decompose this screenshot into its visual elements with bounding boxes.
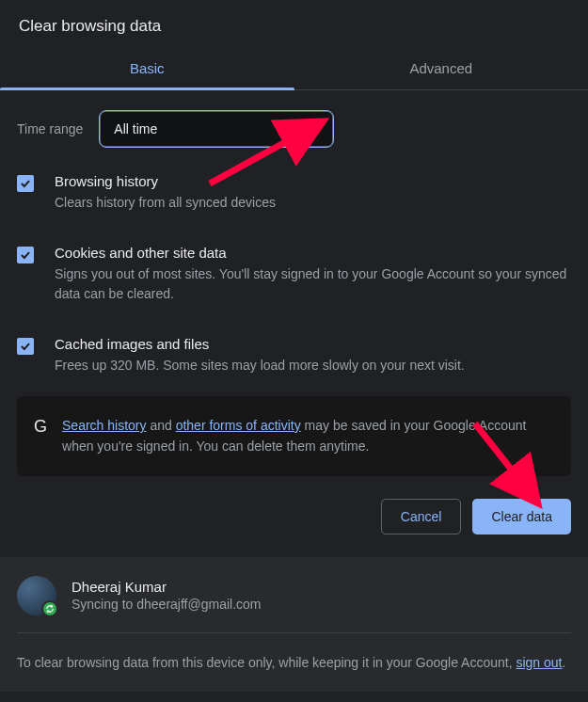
content-area: Time range All time ▼ Browsing history C… bbox=[0, 90, 588, 476]
option-cache: Cached images and files Frees up 320 MB.… bbox=[17, 336, 571, 375]
option-title: Browsing history bbox=[55, 173, 571, 189]
avatar bbox=[17, 576, 56, 615]
dialog-actions: Cancel Clear data bbox=[0, 499, 588, 557]
clear-data-button[interactable]: Clear data bbox=[472, 499, 571, 534]
sync-badge-icon bbox=[41, 600, 58, 617]
chevron-down-icon: ▼ bbox=[310, 124, 319, 135]
option-desc: Clears history from all synced devices bbox=[55, 193, 571, 213]
dialog-title: Clear browsing data bbox=[0, 0, 588, 49]
account-row: Dheeraj Kumar Syncing to dheerajff@gmail… bbox=[17, 576, 571, 633]
option-title: Cached images and files bbox=[55, 336, 571, 352]
tab-basic[interactable]: Basic bbox=[0, 49, 294, 89]
info-text: Search history and other forms of activi… bbox=[62, 415, 554, 457]
tabs: Basic Advanced bbox=[0, 49, 588, 90]
account-section: Dheeraj Kumar Syncing to dheerajff@gmail… bbox=[0, 557, 588, 692]
checkbox-cache[interactable] bbox=[17, 338, 34, 355]
option-text: Browsing history Clears history from all… bbox=[55, 173, 571, 213]
option-desc: Frees up 320 MB. Some sites may load mor… bbox=[55, 356, 571, 375]
option-title: Cookies and other site data bbox=[55, 245, 571, 261]
footer-text: To clear browsing data from this device … bbox=[17, 633, 571, 673]
info-mid: and bbox=[147, 418, 176, 433]
footer-text-1: To clear browsing data from this device … bbox=[17, 655, 516, 670]
account-info: Dheeraj Kumar Syncing to dheerajff@gmail… bbox=[72, 579, 262, 612]
account-name: Dheeraj Kumar bbox=[72, 579, 262, 595]
info-box: G Search history and other forms of acti… bbox=[17, 396, 571, 476]
search-history-link[interactable]: Search history bbox=[62, 418, 146, 433]
time-range-row: Time range All time ▼ bbox=[17, 111, 571, 147]
footer-text-2: . bbox=[563, 655, 566, 670]
time-range-label: Time range bbox=[17, 121, 83, 136]
option-browsing-history: Browsing history Clears history from all… bbox=[17, 173, 571, 213]
sign-out-link[interactable]: sign out bbox=[516, 655, 562, 670]
time-range-select[interactable]: All time ▼ bbox=[100, 111, 333, 147]
checkbox-browsing-history[interactable] bbox=[17, 175, 34, 192]
cancel-button[interactable]: Cancel bbox=[381, 499, 462, 534]
option-text: Cached images and files Frees up 320 MB.… bbox=[55, 336, 571, 375]
option-text: Cookies and other site data Signs you ou… bbox=[55, 245, 571, 304]
option-cookies: Cookies and other site data Signs you ou… bbox=[17, 245, 571, 304]
checkbox-cookies[interactable] bbox=[17, 247, 34, 263]
time-range-value: All time bbox=[114, 121, 157, 136]
tab-advanced[interactable]: Advanced bbox=[294, 49, 589, 89]
other-activity-link[interactable]: other forms of activity bbox=[176, 418, 301, 433]
account-sync-status: Syncing to dheerajff@gmail.com bbox=[72, 597, 262, 612]
option-desc: Signs you out of most sites. You'll stay… bbox=[55, 264, 571, 304]
google-icon: G bbox=[34, 417, 47, 437]
